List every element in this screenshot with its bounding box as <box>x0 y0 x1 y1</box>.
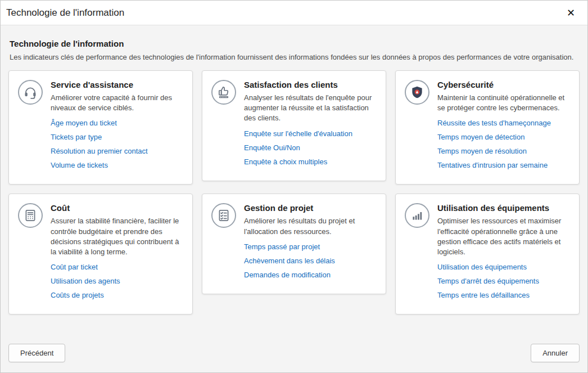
kpi-link[interactable]: Demandes de modification <box>244 271 377 279</box>
section-description: Les indicateurs clés de performance des … <box>10 53 580 61</box>
card-cybersecurite: Cybersécurité Maintenir la continuité op… <box>395 70 580 185</box>
dialog-footer: Précédent Annuler <box>1 335 587 372</box>
kpi-link[interactable]: Tickets par type <box>51 133 183 141</box>
clipboard-check-icon <box>211 203 236 228</box>
shield-lock-icon <box>405 80 429 105</box>
kpi-link[interactable]: Coût par ticket <box>51 263 183 271</box>
card-gestion-projet: Gestion de projet Améliorer les résultat… <box>202 194 386 294</box>
kpi-link[interactable]: Temps entre les défaillances <box>437 291 570 299</box>
card-cout: Coût Assurer la stabilité financière, fa… <box>8 194 193 314</box>
kpi-link[interactable]: Enquête à choix multiples <box>244 158 377 166</box>
card-description: Maintenir la continuité opérationnelle e… <box>437 93 570 113</box>
card-title: Cybersécurité <box>437 80 570 89</box>
card-description: Améliorer les résultats du projet et l'a… <box>244 216 377 236</box>
kpi-link[interactable]: Réussite des tests d'hameçonnage <box>437 119 570 127</box>
card-title: Gestion de projet <box>244 203 377 213</box>
kpi-links: Réussite des tests d'hameçonnage Temps m… <box>437 119 570 169</box>
section-heading: Technologie de l'information <box>10 39 580 48</box>
thumbs-up-icon <box>211 80 236 105</box>
card-title: Utilisation des équipements <box>437 203 570 213</box>
dialog-content: Technologie de l'information Les indicat… <box>1 25 587 314</box>
kpi-link[interactable]: Coûts de projets <box>51 291 183 299</box>
card-description: Améliorer votre capacité à fournir des n… <box>51 93 183 113</box>
kpi-link[interactable]: Temps passé par projet <box>244 242 377 251</box>
kpi-category-grid: Service d'assistance Améliorer votre cap… <box>8 70 580 314</box>
card-description: Optimiser les ressources et maximiser l'… <box>437 216 570 257</box>
cost-document-icon <box>18 203 43 228</box>
card-title: Coût <box>51 203 183 213</box>
kpi-links: Coût par ticket Utilisation des agents C… <box>51 263 183 299</box>
kpi-link[interactable]: Temps moyen de détection <box>437 133 570 141</box>
dialog-title: Technologie de l'information <box>6 7 124 19</box>
cancel-button[interactable]: Annuler <box>531 344 580 362</box>
kpi-link[interactable]: Âge moyen du ticket <box>51 119 183 127</box>
kpi-link[interactable]: Temps moyen de résolution <box>437 147 570 155</box>
kpi-links: Temps passé par projet Achèvement dans l… <box>244 242 377 279</box>
card-title: Service d'assistance <box>51 80 183 89</box>
dialog-titlebar: Technologie de l'information ✕ <box>1 1 587 25</box>
kpi-link[interactable]: Enquête Oui/Non <box>244 143 377 152</box>
back-button[interactable]: Précédent <box>8 344 65 362</box>
card-utilisation-equipements: Utilisation des équipements Optimiser le… <box>395 194 580 314</box>
kpi-link[interactable]: Temps d'arrêt des équipements <box>437 277 570 285</box>
card-description: Assurer la stabilité financière, facilit… <box>51 216 183 257</box>
card-satisfaction-clients: Satisfaction des clients Analyser les ré… <box>202 70 386 181</box>
kpi-link[interactable]: Volume de tickets <box>51 161 183 169</box>
close-icon[interactable]: ✕ <box>563 6 578 20</box>
kpi-link[interactable]: Résolution au premier contact <box>51 147 183 155</box>
headset-icon <box>18 80 43 105</box>
kpi-links: Utilisation des équipements Temps d'arrê… <box>437 263 570 299</box>
kpi-link[interactable]: Enquête sur l'échelle d'évaluation <box>244 129 377 138</box>
kpi-link[interactable]: Achèvement dans les délais <box>244 257 377 265</box>
kpi-link[interactable]: Utilisation des équipements <box>437 263 570 271</box>
card-service-assistance: Service d'assistance Améliorer votre cap… <box>8 70 193 185</box>
kpi-link[interactable]: Utilisation des agents <box>51 277 183 285</box>
bar-chart-icon <box>405 203 429 228</box>
card-title: Satisfaction des clients <box>244 80 377 89</box>
kpi-links: Âge moyen du ticket Tickets par type Rés… <box>51 119 183 169</box>
card-description: Analyser les résultats de l'enquête pour… <box>244 93 377 124</box>
kpi-link[interactable]: Tentatives d'intrusion par semaine <box>437 161 570 169</box>
kpi-links: Enquête sur l'échelle d'évaluation Enquê… <box>244 129 377 166</box>
